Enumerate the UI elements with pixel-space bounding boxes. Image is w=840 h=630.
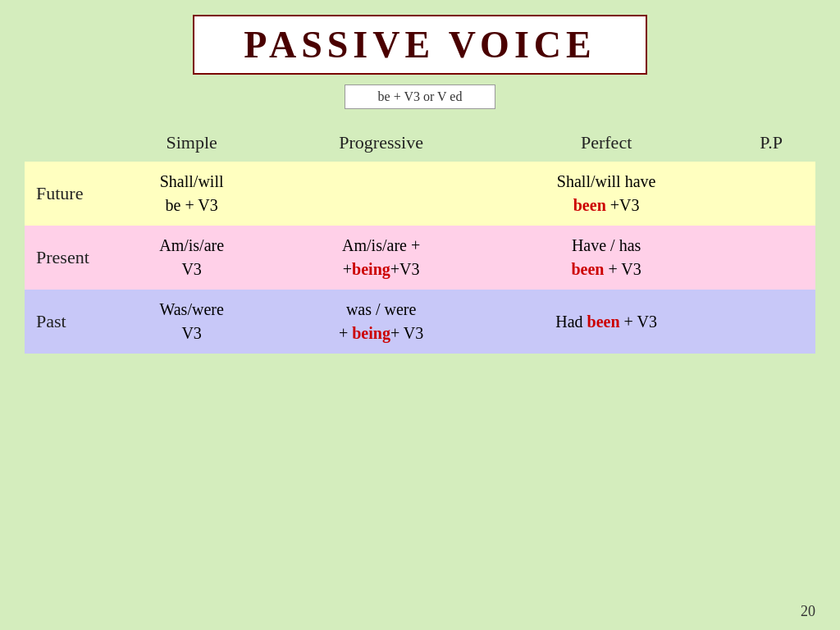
past-simple: Was/wereV3 xyxy=(107,290,276,354)
present-being: being xyxy=(352,260,390,278)
future-perfect: Shall/will have been +V3 xyxy=(486,162,727,226)
present-perfect-been: been xyxy=(571,260,604,278)
past-pp xyxy=(727,290,815,354)
present-label: Present xyxy=(25,226,107,290)
passive-voice-table: Simple Progressive Perfect P.P Future Sh… xyxy=(25,124,815,354)
future-perfect-content: Shall/will have been +V3 xyxy=(497,170,715,217)
header-perfect: Perfect xyxy=(486,124,727,162)
page-number: 20 xyxy=(801,603,815,620)
page-title: PASSIVE VOICE xyxy=(244,24,596,66)
past-perfect-content: Had been + V3 xyxy=(497,310,715,334)
past-simple-content: Was/wereV3 xyxy=(118,298,265,345)
present-simple-content: Am/is/areV3 xyxy=(118,234,265,281)
subtitle-box: be + V3 or V ed xyxy=(345,84,496,109)
header-simple: Simple xyxy=(107,124,276,162)
past-progressive-content: was / were+ being+ V3 xyxy=(288,298,474,345)
header-blank xyxy=(25,124,107,162)
table-row-future: Future Shall/willbe + V3 Shall/will have… xyxy=(25,162,815,226)
present-progressive: Am/is/are ++being+V3 xyxy=(276,226,486,290)
future-simple-content: Shall/willbe + V3 xyxy=(118,170,265,217)
table-row-past: Past Was/wereV3 was / were+ being+ V3 Ha… xyxy=(25,290,815,354)
past-being: being xyxy=(352,324,390,342)
future-pp xyxy=(727,162,815,226)
present-pp xyxy=(727,226,815,290)
present-perfect: Have / has been + V3 xyxy=(486,226,727,290)
header-progressive: Progressive xyxy=(276,124,486,162)
past-label: Past xyxy=(25,290,107,354)
table-header-row: Simple Progressive Perfect P.P xyxy=(25,124,815,162)
past-progressive: was / were+ being+ V3 xyxy=(276,290,486,354)
future-simple: Shall/willbe + V3 xyxy=(107,162,276,226)
table-row-present: Present Am/is/areV3 Am/is/are ++being+V3… xyxy=(25,226,815,290)
past-perfect: Had been + V3 xyxy=(486,290,727,354)
future-progressive xyxy=(276,162,486,226)
future-perfect-been: been xyxy=(573,196,606,214)
title-box: PASSIVE VOICE xyxy=(193,15,646,75)
future-label: Future xyxy=(25,162,107,226)
present-simple: Am/is/areV3 xyxy=(107,226,276,290)
header-pp: P.P xyxy=(727,124,815,162)
present-perfect-content: Have / has been + V3 xyxy=(497,234,715,281)
present-progressive-content: Am/is/are ++being+V3 xyxy=(288,234,474,281)
subtitle-text: be + V3 or V ed xyxy=(378,89,463,103)
past-perfect-been: been xyxy=(587,313,620,331)
